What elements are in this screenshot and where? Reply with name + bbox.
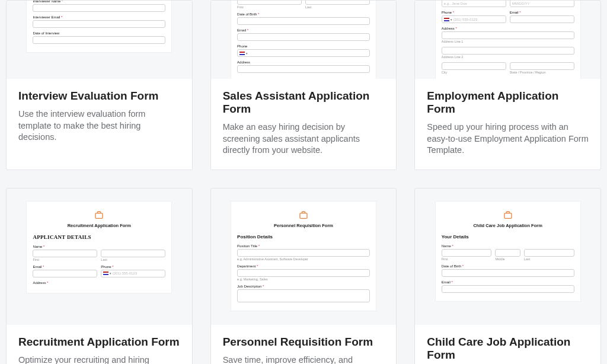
field-label: Interviewer Email <box>33 15 165 19</box>
template-card-sales-assistant[interactable]: First Last Date of Birth Email Phone ▾ <box>210 0 397 170</box>
text-input <box>237 249 370 257</box>
field-sublabel: Last <box>305 5 370 9</box>
field-label: Email <box>442 280 574 284</box>
field-sublabel: First <box>442 257 492 261</box>
field-sublabel: First <box>33 258 97 261</box>
card-description: Use the interview evaluation form templa… <box>18 108 180 143</box>
flag-icon <box>103 272 108 275</box>
field-label: Email <box>33 265 97 269</box>
card-thumbnail: Interviewer Name Interviewer Email Date … <box>7 1 192 79</box>
text-input <box>237 1 302 5</box>
phone-input: ▾ <box>237 49 370 57</box>
card-thumbnail: e.g., Jane Doe MM/DD/YY Phone ▾ (201) 55… <box>415 1 600 79</box>
card-body: Employment Application Form Speed up you… <box>415 79 600 170</box>
text-input <box>510 15 574 23</box>
text-input <box>237 65 370 73</box>
phone-input: ▾ (201) 555-0123 <box>101 270 165 277</box>
form-preview: Personnel Requisition Form Position Deta… <box>231 202 376 311</box>
card-title: Recruitment Application Form <box>18 336 180 349</box>
text-input <box>442 62 506 70</box>
flag-icon <box>239 52 245 55</box>
text-input <box>33 4 165 12</box>
field-label: Phone <box>442 11 506 14</box>
text-input <box>33 36 165 44</box>
field-hint: e.g. Administrative Assistant, Software … <box>237 257 370 261</box>
field-label: Name <box>33 245 165 248</box>
form-preview: Interviewer Name Interviewer Email Date … <box>27 1 171 52</box>
template-card-personnel-requisition[interactable]: Personnel Requisition Form Position Deta… <box>210 188 397 364</box>
field-label: Address <box>442 27 574 30</box>
text-input <box>237 33 370 41</box>
card-body: Child Care Job Application Form Transfor… <box>415 325 600 364</box>
card-body: Interview Evaluation Form Use the interv… <box>7 79 192 157</box>
form-section-heading: APPLICANT DETAILS <box>33 234 165 240</box>
text-input <box>442 285 574 293</box>
card-thumbnail: Child Care Job Application Form Your Det… <box>415 189 600 325</box>
card-body: Sales Assistant Application Form Make an… <box>211 79 397 170</box>
field-label: Job Description <box>237 285 370 288</box>
textarea-input <box>237 289 370 302</box>
text-input <box>237 269 370 277</box>
card-title: Child Care Job Application Form <box>427 336 589 362</box>
card-description: Optimize your recruiting and hiring proc… <box>18 355 180 364</box>
card-thumbnail: Recruitment Application Form APPLICANT D… <box>7 189 192 325</box>
card-description: Make an easy hiring decision by screenin… <box>223 122 385 157</box>
text-input <box>33 20 165 28</box>
field-label: Email <box>237 28 370 32</box>
text-input <box>33 270 97 277</box>
card-title: Sales Assistant Application Form <box>223 90 385 116</box>
template-card-recruitment-application[interactable]: Recruitment Application Form APPLICANT D… <box>6 188 193 364</box>
card-body: Personnel Requisition Form Save time, im… <box>211 325 397 364</box>
card-description: Speed up your hiring process with an eas… <box>427 122 589 157</box>
text-input: e.g., Jane Doe <box>442 1 506 7</box>
field-sublabel: Address Line 2 <box>442 55 574 59</box>
card-title: Interview Evaluation Form <box>18 90 180 103</box>
field-label: Date of Birth <box>237 12 370 16</box>
text-input <box>101 250 165 257</box>
field-label: Position Title <box>237 244 370 248</box>
svg-rect-2 <box>504 213 512 218</box>
form-preview: Recruitment Application Form APPLICANT D… <box>27 202 171 293</box>
text-input <box>510 62 574 70</box>
text-input <box>442 47 574 55</box>
card-title: Personnel Requisition Form <box>223 336 385 349</box>
field-hint: e.g. Marketing, Sales <box>237 277 370 281</box>
text-input <box>33 250 97 257</box>
flag-icon <box>444 18 449 21</box>
field-sublabel: Last <box>524 257 574 261</box>
text-input <box>237 17 370 25</box>
form-preview: e.g., Jane Doe MM/DD/YY Phone ▾ (201) 55… <box>436 1 580 79</box>
field-label: Name <box>442 244 574 248</box>
field-label: Phone <box>237 44 370 48</box>
field-sublabel: Address Line 1 <box>442 40 574 43</box>
template-card-interview-evaluation[interactable]: Interviewer Name Interviewer Email Date … <box>6 0 193 170</box>
card-thumbnail: Personnel Requisition Form Position Deta… <box>211 189 397 325</box>
card-thumbnail: First Last Date of Birth Email Phone ▾ <box>211 1 397 79</box>
phone-input: ▾ (201) 555-0123 <box>442 15 506 23</box>
text-input <box>442 249 492 257</box>
svg-rect-1 <box>300 213 307 218</box>
briefcase-icon <box>298 210 309 221</box>
form-preview: Child Care Job Application Form Your Det… <box>436 202 580 301</box>
form-preview: First Last Date of Birth Email Phone ▾ <box>231 1 376 79</box>
field-label: Email <box>510 11 574 14</box>
card-title: Employment Application Form <box>427 90 589 116</box>
template-card-child-care-job[interactable]: Child Care Job Application Form Your Det… <box>414 188 601 364</box>
field-sublabel: Middle <box>495 257 520 261</box>
form-title: Child Care Job Application Form <box>442 223 574 228</box>
field-label: Address <box>237 60 370 64</box>
field-label: Date of Birth <box>442 264 574 268</box>
form-section-heading: Your Details <box>442 234 574 240</box>
date-input: MM/DD/YY <box>510 1 574 7</box>
form-section-heading: Position Details <box>237 234 370 240</box>
text-input <box>442 31 574 39</box>
field-sublabel: State / Province / Region <box>510 71 574 74</box>
text-input <box>305 1 370 5</box>
template-card-employment-application[interactable]: e.g., Jane Doe MM/DD/YY Phone ▾ (201) 55… <box>414 0 601 170</box>
form-title: Personnel Requisition Form <box>237 223 370 228</box>
template-grid: Interviewer Name Interviewer Email Date … <box>0 0 607 364</box>
briefcase-icon <box>94 210 104 221</box>
field-label: Interviewer Name <box>33 1 165 3</box>
text-input <box>442 269 574 277</box>
text-input <box>524 249 574 257</box>
